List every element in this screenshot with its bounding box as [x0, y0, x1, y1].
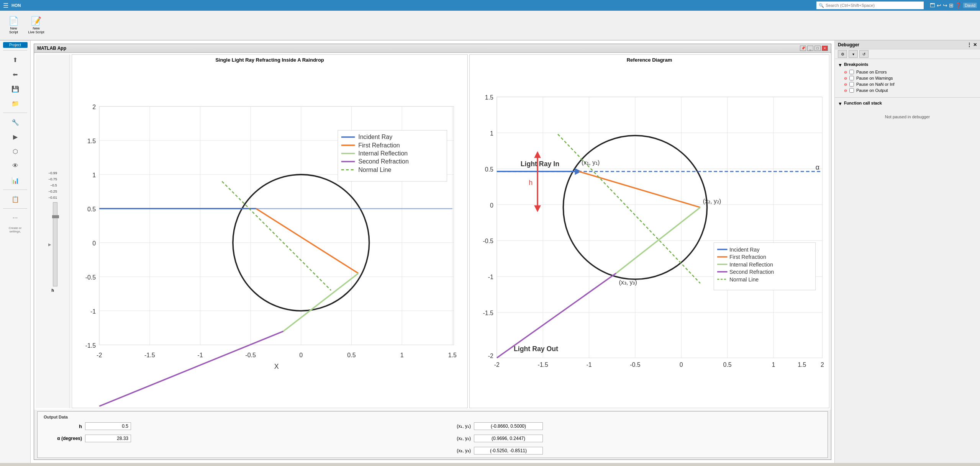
debugger-menu-icon[interactable]: ⋮	[967, 42, 972, 47]
svg-text:1.5: 1.5	[485, 94, 493, 101]
sidebar-icon-8[interactable]: 👁	[8, 159, 22, 173]
center-content: MATLAB App 📌 _ □ ✕ −0.99 −0.75	[31, 41, 834, 463]
minimize-button[interactable]: _	[807, 46, 813, 51]
bp-remove-1[interactable]: ⊖	[844, 70, 847, 74]
bp-checkbox-warnings[interactable]	[849, 76, 854, 80]
coord2-value[interactable]	[474, 435, 543, 442]
bp-remove-4[interactable]: ⊖	[844, 88, 847, 93]
sidebar-icon-7[interactable]: ⬡	[8, 144, 22, 158]
slider-tick-075: −0.75	[48, 176, 57, 182]
new-live-script-button[interactable]: 📝 New Live Script	[26, 12, 47, 38]
svg-text:1: 1	[400, 352, 404, 358]
alpha-input[interactable]	[85, 435, 131, 442]
bp-remove-2[interactable]: ⊖	[844, 76, 847, 80]
svg-text:Second Refraction: Second Refraction	[358, 158, 409, 165]
coord1-row: (x₁, y₁)	[440, 422, 821, 430]
breakpoints-arrow: ▼	[838, 62, 842, 68]
bp-label-warnings: Pause on Warnings	[856, 76, 893, 80]
bp-pause-warnings: ⊖ Pause on Warnings	[844, 76, 977, 80]
svg-text:-0.5: -0.5	[85, 274, 96, 281]
sidebar-icon-6[interactable]: ▶	[8, 130, 22, 144]
fcs-toggle[interactable]: ▼ Function call stack	[838, 101, 977, 107]
user-label[interactable]: David	[963, 3, 977, 8]
svg-text:Internal Reflection: Internal Reflection	[729, 262, 773, 268]
svg-text:Second Refraction: Second Refraction	[729, 269, 774, 275]
svg-text:0.5: 0.5	[485, 166, 493, 173]
output-grid: h α (degrees) (x₁, y₁)	[44, 422, 821, 455]
help-icon[interactable]: ❓	[955, 2, 962, 8]
debugger-close-icon[interactable]: ✕	[973, 42, 977, 47]
more-icon[interactable]: ···	[8, 211, 22, 225]
sidebar-icon-5[interactable]: 🔧	[8, 115, 22, 129]
main-layout: Project ⬆ ⬅ 💾 📁 🔧 ▶ ⬡ 👁 📊 📋 ··· Create o…	[0, 41, 980, 463]
svg-text:0: 0	[299, 352, 303, 358]
new-script-label: New Script	[9, 27, 18, 34]
restore-button[interactable]: □	[814, 46, 821, 51]
coord3-value[interactable]	[474, 447, 543, 455]
h-slider[interactable]	[53, 202, 57, 286]
sidebar-icon-4[interactable]: 📁	[8, 96, 22, 110]
sidebar-divider-2	[3, 113, 27, 113]
bp-pause-output: ⊖ Pause on Output	[844, 88, 977, 93]
sidebar-icon-1[interactable]: ⬆	[8, 53, 22, 67]
alpha-row: α (degrees)	[44, 435, 425, 442]
h-label: h	[44, 423, 82, 429]
toolbar-icon-3[interactable]: ↪	[943, 2, 947, 8]
svg-text:Light Ray Out: Light Ray Out	[514, 345, 558, 353]
svg-text:1: 1	[92, 172, 96, 178]
toolbar-icon-1[interactable]: 🗔	[930, 2, 935, 8]
right-chart: Reference Diagram	[469, 54, 829, 408]
toolbar: 📄 New Script 📝 New Live Script	[0, 11, 980, 41]
app-inner-content: −0.99 −0.75 −0.5 −0.25 −0.01 ▶ h	[34, 53, 831, 459]
svg-text:-1: -1	[586, 361, 592, 368]
sidebar-icon-2[interactable]: ⬅	[8, 67, 22, 81]
sidebar-divider-1	[3, 50, 27, 51]
bp-checkbox-nan[interactable]	[849, 82, 854, 87]
breakpoints-list: ⊖ Pause on Errors ⊖ Pause on Warnings ⊖ …	[838, 70, 977, 93]
coord1-value[interactable]	[474, 422, 543, 430]
output-right: (x₁, y₁) (x₂, y₂) (x₃, y₃)	[440, 422, 821, 455]
pin-button[interactable]: 📌	[800, 46, 806, 51]
settings-button[interactable]: ⚙	[838, 50, 847, 58]
svg-text:-2: -2	[97, 352, 102, 358]
slider-thumb[interactable]	[52, 215, 59, 218]
svg-text:(x₃, y₃): (x₃, y₃)	[619, 279, 637, 286]
search-input[interactable]	[826, 3, 902, 8]
sidebar-icon-3[interactable]: 💾	[8, 82, 22, 96]
svg-text:-1: -1	[488, 274, 493, 280]
h-input[interactable]	[85, 422, 131, 430]
bp-checkbox-output[interactable]	[849, 88, 854, 93]
svg-text:First Refraction: First Refraction	[358, 142, 400, 149]
slider-tick-001: −0.01	[48, 195, 57, 201]
toolbar-icon-4[interactable]: ⊞	[949, 2, 954, 8]
sidebar-icon-10[interactable]: 📋	[8, 192, 22, 206]
svg-text:Light Ray In: Light Ray In	[521, 160, 559, 168]
search-bar[interactable]: 🔍	[816, 2, 924, 9]
svg-text:-1: -1	[90, 308, 96, 315]
new-live-script-label: New Live Script	[28, 27, 44, 34]
toolbar-icon-2[interactable]: ↩	[937, 2, 941, 8]
breakpoints-title: Breakpoints	[844, 62, 869, 67]
alpha-label: α (degrees)	[44, 436, 82, 441]
home-label[interactable]: HON	[11, 3, 21, 8]
new-script-icon: 📄	[8, 16, 19, 26]
new-script-button[interactable]: 📄 New Script	[3, 12, 24, 38]
svg-text:Normal Line: Normal Line	[729, 276, 759, 283]
sidebar-icon-9[interactable]: 📊	[8, 173, 22, 187]
search-icon: 🔍	[819, 3, 824, 8]
menu-icon[interactable]: ☰	[3, 2, 8, 9]
bp-remove-3[interactable]: ⊖	[844, 82, 847, 87]
svg-text:1.5: 1.5	[87, 138, 96, 144]
refresh-button[interactable]: ↺	[859, 50, 869, 58]
debugger-header: Debugger ⋮ ✕	[835, 41, 980, 49]
bp-checkbox-errors[interactable]	[849, 70, 854, 74]
close-button[interactable]: ✕	[822, 46, 828, 51]
svg-text:-1.5: -1.5	[483, 310, 493, 316]
svg-text:Normal Line: Normal Line	[358, 167, 391, 173]
svg-text:-1.5: -1.5	[144, 352, 155, 358]
dropdown-button[interactable]: ▾	[849, 50, 858, 58]
breakpoints-toggle[interactable]: ▼ Breakpoints	[838, 62, 977, 68]
svg-text:1: 1	[490, 130, 493, 137]
output-left: h α (degrees)	[44, 422, 425, 455]
project-tab[interactable]: Project	[3, 42, 28, 48]
